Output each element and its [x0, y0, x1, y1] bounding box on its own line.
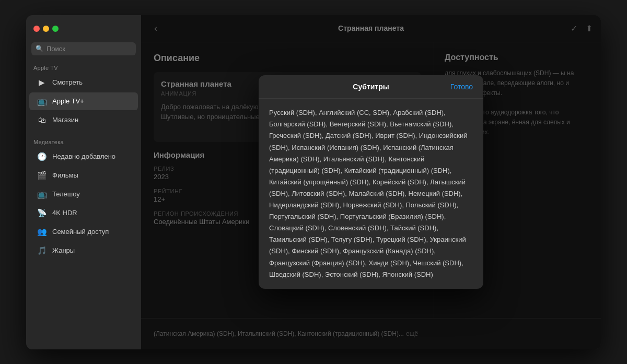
close-button[interactable] [33, 26, 40, 32]
sidebar-item-label: Жанры [52, 246, 75, 254]
search-icon: 🔍 [36, 45, 43, 52]
search-bar[interactable]: 🔍 Поиск [31, 42, 136, 55]
sidebar-titlebar [26, 15, 141, 42]
family-icon: 👥 [37, 227, 47, 237]
fullscreen-button[interactable] [52, 26, 59, 32]
modal-overlay[interactable]: Субтитры Готово Русский (SDH), Английски… [141, 15, 601, 349]
section-appletv-label: Apple TV [26, 62, 141, 73]
traffic-lights [33, 26, 59, 32]
sidebar-item-label: Телешоу [52, 190, 80, 198]
sidebar-item-recently-added[interactable]: 🕐 Недавно добавлено [29, 148, 138, 166]
sidebar-item-appletv-plus[interactable]: 📺 Apple TV+ [29, 92, 138, 110]
sidebar-item-4khdr[interactable]: 📡 4K HDR [29, 204, 138, 222]
recently-added-icon: 🕐 [37, 151, 47, 162]
sidebar-item-movies[interactable]: 🎬 Фильмы [29, 167, 138, 184]
app-window: 🔍 Поиск Apple TV ▶ Смотреть 📺 Apple TV+ … [26, 15, 601, 349]
sidebar-item-label: Фильмы [52, 171, 78, 179]
subtitle-list: Русский (SDH), Английский (CC, SDH), Ара… [269, 107, 473, 280]
genres-icon: 🎵 [37, 245, 47, 256]
main-content: ‹ Странная планета ✓ ⬆ Описание Странная… [141, 15, 601, 349]
modal-title: Субтитры [353, 83, 389, 91]
section-library-label: Медиатека [26, 136, 141, 147]
minimize-button[interactable] [43, 26, 49, 32]
appletv-icon: 📺 [37, 96, 47, 107]
sidebar-item-label: Магазин [52, 116, 78, 124]
modal-header: Субтитры Готово [259, 75, 483, 99]
sidebar-item-label: Смотреть [52, 78, 83, 86]
sidebar-item-label: Apple TV+ [52, 97, 84, 105]
sidebar-item-tvshows[interactable]: 📺 Телешоу [29, 185, 138, 203]
modal-done-button[interactable]: Готово [450, 83, 473, 91]
sidebar-item-label: Недавно добавлено [52, 152, 115, 160]
search-placeholder: Поиск [47, 45, 65, 53]
sidebar-item-label: 4K HDR [52, 209, 77, 217]
store-icon: 🛍 [37, 115, 47, 125]
sidebar-item-label: Семейный доступ [52, 228, 109, 236]
sidebar-item-genres[interactable]: 🎵 Жанры [29, 242, 138, 260]
modal-body: Русский (SDH), Английский (CC, SDH), Ара… [259, 99, 483, 288]
subtitle-modal: Субтитры Готово Русский (SDH), Английски… [259, 75, 483, 288]
sidebar: 🔍 Поиск Apple TV ▶ Смотреть 📺 Apple TV+ … [26, 15, 141, 349]
4khdr-icon: 📡 [37, 208, 47, 218]
watch-icon: ▶ [37, 77, 47, 88]
tvshows-icon: 📺 [37, 189, 47, 199]
sidebar-item-store[interactable]: 🛍 Магазин [29, 111, 138, 129]
movies-icon: 🎬 [37, 170, 47, 181]
sidebar-item-watch[interactable]: ▶ Смотреть [29, 74, 138, 91]
sidebar-item-family[interactable]: 👥 Семейный доступ [29, 223, 138, 241]
